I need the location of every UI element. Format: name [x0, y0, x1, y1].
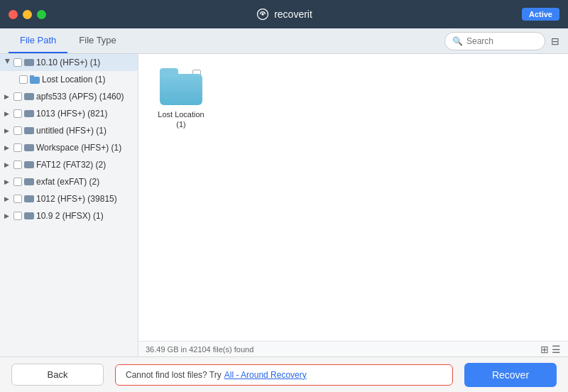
all-around-recovery-link[interactable]: All - Around Recovery [224, 370, 307, 380]
sidebar-item-exfat[interactable]: ▶ exfat (exFAT) (2) [0, 173, 138, 190]
checkbox-1012[interactable] [13, 195, 22, 203]
checkbox-untitled[interactable] [13, 126, 22, 135]
main-layout: ▶ 10.10 (HFS+) (1) Lost Location (1) ▶ a… [0, 54, 568, 356]
arrow-icon: ▶ [4, 110, 11, 117]
arrow-icon: ▶ [4, 93, 11, 100]
checkbox-fat12[interactable] [13, 160, 22, 169]
sidebar-label-fat12: FAT12 (FAT32) (2) [36, 160, 106, 170]
filter-icon[interactable]: ⊟ [551, 36, 559, 47]
grid-view-icon[interactable]: ⊞ [540, 344, 549, 355]
sidebar-label-1012: 1012 (HFS+) (39815) [36, 194, 117, 204]
checkbox-apfs533[interactable] [13, 92, 22, 101]
content-area: Lost Location (1) 36.49 GB in 42104 file… [138, 54, 568, 356]
back-button[interactable]: Back [11, 364, 104, 386]
traffic-lights [9, 10, 46, 19]
hd-icon [24, 144, 34, 151]
sidebar-item-fat12[interactable]: ▶ FAT12 (FAT32) (2) [0, 156, 138, 173]
svg-point-1 [261, 13, 263, 15]
hd-icon [24, 93, 34, 100]
arrow-icon: ▶ [4, 161, 11, 168]
tabs-right: 🔍 ⊟ [444, 28, 559, 53]
file-item-lost-location[interactable]: Lost Location (1) [153, 68, 209, 130]
arrow-icon: ▶ [4, 144, 11, 151]
arrow-icon: ▶ [4, 195, 11, 202]
status-text: 36.49 GB in 42104 file(s) found [146, 345, 253, 354]
checkbox-10-9-2[interactable] [13, 212, 22, 220]
sidebar-label-10-10: 10.10 (HFS+) (1) [36, 58, 100, 67]
sidebar-item-10-9-2[interactable]: ▶ 10.9 2 (HFSX) (1) [0, 207, 138, 224]
logo-icon [256, 7, 270, 21]
sidebar-label-untitled: untitled (HFS+) (1) [36, 126, 106, 136]
checkbox-1013[interactable] [13, 109, 22, 118]
hd-icon [24, 161, 34, 168]
sidebar-label-10-9-2: 10.9 2 (HFSX) (1) [36, 211, 104, 221]
arrow-icon: ▶ [4, 59, 11, 66]
sidebar-item-10-10[interactable]: ▶ 10.10 (HFS+) (1) [0, 54, 138, 71]
checkbox-exfat[interactable] [13, 178, 22, 186]
app-title: recoverit [256, 7, 312, 21]
folder-icon [30, 75, 40, 84]
sidebar: ▶ 10.10 (HFS+) (1) Lost Location (1) ▶ a… [0, 54, 138, 356]
hd-icon [24, 212, 34, 219]
sidebar-item-untitled[interactable]: ▶ untitled (HFS+) (1) [0, 122, 138, 139]
sidebar-item-1012[interactable]: ▶ 1012 (HFS+) (39815) [0, 190, 138, 207]
arrow-icon: ▶ [4, 212, 11, 219]
content-main: Lost Location (1) [138, 54, 568, 341]
tab-file-type[interactable]: File Type [67, 28, 128, 53]
sidebar-item-workspace[interactable]: ▶ Workspace (HFS+) (1) [0, 139, 138, 156]
sidebar-label-exfat: exfat (exFAT) (2) [36, 177, 99, 187]
notice-box: Cannot find lost files? Try All - Around… [115, 364, 453, 386]
active-badge: Active [522, 8, 559, 21]
bottom-bar: Back Cannot find lost files? Try All - A… [0, 356, 568, 392]
arrow-icon: ▶ [4, 127, 11, 134]
sidebar-label-workspace: Workspace (HFS+) (1) [36, 143, 121, 153]
folder-large-icon [160, 68, 202, 105]
sidebar-item-lost-location[interactable]: Lost Location (1) [0, 71, 138, 88]
app-name-label: recoverit [274, 9, 312, 20]
checkbox-10-10[interactable] [13, 58, 22, 67]
title-bar: recoverit Active [0, 0, 568, 28]
minimize-button[interactable] [23, 10, 32, 19]
checkbox-workspace[interactable] [13, 143, 22, 152]
sidebar-label-lost-location: Lost Location (1) [42, 75, 105, 85]
maximize-button[interactable] [37, 10, 46, 19]
hd-icon [24, 59, 34, 66]
search-icon: 🔍 [452, 36, 463, 46]
notice-text: Cannot find lost files? Try [126, 370, 222, 380]
hd-icon [24, 127, 34, 134]
search-box[interactable]: 🔍 [444, 32, 545, 50]
close-button[interactable] [9, 10, 18, 19]
view-icons: ⊞ ☰ [540, 344, 561, 355]
file-thumb-wrap [160, 68, 202, 105]
hd-icon [24, 178, 34, 185]
hd-icon [24, 195, 34, 202]
hd-icon [24, 110, 34, 117]
tabs-bar: File Path File Type 🔍 ⊟ [0, 28, 568, 54]
search-input[interactable] [466, 36, 537, 46]
sidebar-label-apfs533: apfs533 (APFS) (1460) [36, 92, 124, 102]
file-label-lost-location: Lost Location (1) [153, 109, 209, 130]
recover-button[interactable]: Recover [464, 363, 557, 387]
arrow-icon: ▶ [4, 178, 11, 185]
checkbox-lost-location[interactable] [19, 75, 28, 84]
sidebar-label-1013: 1013 (HFS+) (821) [36, 109, 107, 119]
sidebar-item-apfs533[interactable]: ▶ apfs533 (APFS) (1460) [0, 88, 138, 105]
sidebar-item-1013[interactable]: ▶ 1013 (HFS+) (821) [0, 105, 138, 122]
status-bar: 36.49 GB in 42104 file(s) found ⊞ ☰ [138, 341, 568, 356]
list-view-icon[interactable]: ☰ [552, 344, 561, 355]
tab-file-path[interactable]: File Path [9, 28, 67, 53]
